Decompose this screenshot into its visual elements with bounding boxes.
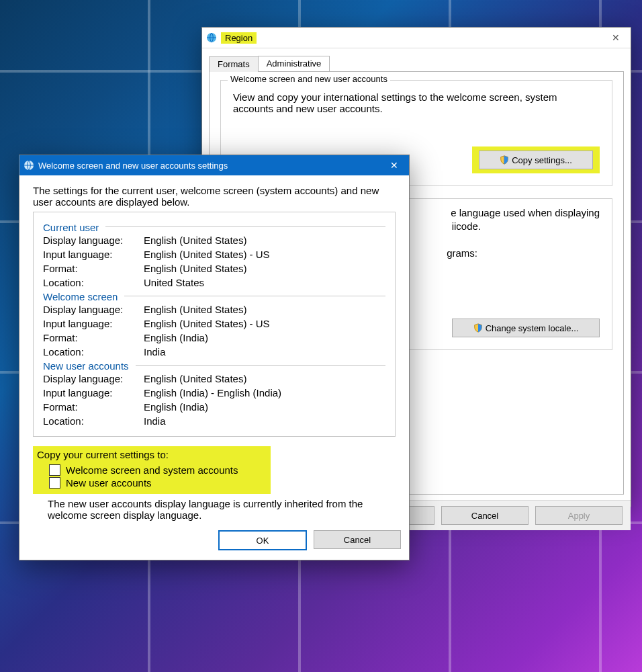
value-current-displaylang: English (United States) (144, 235, 385, 246)
copy-note: The new user accounts display language i… (48, 498, 383, 521)
section-current-user: Current user (43, 219, 99, 235)
checkbox-welcome-system-label: Welcome screen and system accounts (66, 464, 238, 476)
welcome-ok-button[interactable]: OK (218, 530, 307, 550)
region-close-button[interactable]: ✕ (601, 28, 631, 48)
checkbox-welcome-system[interactable] (49, 464, 60, 476)
value-welcome-inputlang: English (United States) - US (144, 318, 385, 329)
change-system-locale-button[interactable]: Change system locale... (452, 319, 600, 337)
label-display-language: Display language: (43, 235, 144, 246)
globe-icon (206, 32, 217, 43)
value-newuser-location: India (144, 415, 385, 427)
value-welcome-location: India (144, 346, 385, 358)
checkbox-new-user-label: New user accounts (66, 477, 152, 489)
section-new-user: New user accounts (43, 358, 129, 373)
label-format: Format: (43, 263, 144, 274)
region-cancel-button[interactable]: Cancel (441, 506, 529, 525)
nonunicode-desc1: e language used when displaying (451, 207, 600, 218)
welcome-close-button[interactable]: ✕ (379, 155, 409, 175)
region-title: Region (221, 33, 601, 43)
value-welcome-displaylang: English (United States) (144, 304, 385, 315)
value-newuser-format: English (India) (144, 401, 385, 413)
welcome-titlebar[interactable]: Welcome screen and new user accounts set… (19, 155, 409, 175)
checkbox-new-user[interactable] (49, 477, 60, 489)
value-current-inputlang: English (United States) - US (144, 249, 385, 260)
section-welcome-screen: Welcome screen (43, 288, 118, 304)
value-welcome-format: English (India) (144, 332, 385, 343)
tab-administrative[interactable]: Administrative (258, 56, 330, 71)
region-apply-button[interactable]: Apply (535, 506, 623, 525)
label-input-language: Input language: (43, 249, 144, 260)
nonunicode-desc2: iicode. (452, 220, 481, 232)
value-current-format: English (United States) (144, 263, 385, 274)
value-newuser-inputlang: English (India) - English (India) (144, 387, 385, 398)
close-icon: ✕ (390, 161, 398, 170)
shield-icon (500, 155, 509, 165)
label-location: Location: (43, 277, 144, 288)
copy-settings-section: Copy your current settings to: Welcome s… (33, 446, 396, 521)
welcome-intro: The settings for the current user, welco… (33, 185, 396, 208)
value-newuser-displaylang: English (United States) (144, 373, 385, 384)
copy-settings-button[interactable]: Copy settings... (479, 151, 593, 169)
welcome-title: Welcome screen and new user accounts set… (38, 161, 379, 171)
shield-icon (473, 323, 483, 333)
group-welcome-desc: View and copy your international setting… (233, 91, 582, 114)
group-welcome-legend: Welcome screen and new user accounts (228, 74, 390, 84)
region-titlebar[interactable]: Region ✕ (202, 28, 631, 48)
copy-heading: Copy your current settings to: (37, 449, 238, 460)
welcome-settings-window: Welcome screen and new user accounts set… (19, 155, 410, 560)
nonunicode-line2: grams: (447, 247, 477, 259)
welcome-cancel-button[interactable]: Cancel (314, 530, 401, 549)
globe-icon (24, 160, 34, 171)
value-current-location: United States (144, 277, 385, 288)
close-icon: ✕ (612, 33, 620, 42)
tab-formats[interactable]: Formats (209, 56, 259, 72)
region-tabstrip: Formats Administrative (202, 52, 631, 71)
settings-box: Current user Display language:English (U… (33, 212, 396, 437)
